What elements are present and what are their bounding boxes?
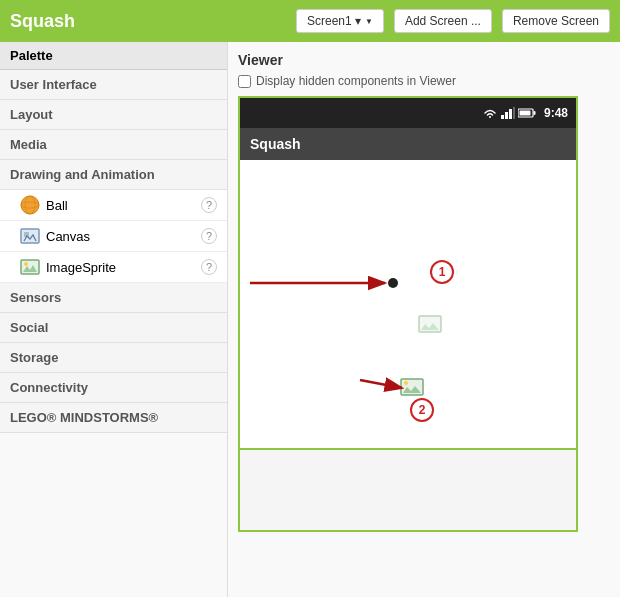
category-storage[interactable]: Storage xyxy=(0,343,227,373)
svg-rect-13 xyxy=(533,111,535,115)
hidden-components-row: Display hidden components in Viewer xyxy=(238,74,610,88)
phone-screen: 1 xyxy=(240,160,576,450)
signal-icons xyxy=(482,107,536,119)
palette-item-imagesprite[interactable]: ImageSprite ? xyxy=(0,252,227,283)
annotation-circle-1: 1 xyxy=(430,260,454,284)
app-title: Squash xyxy=(10,11,286,32)
hidden-components-label: Display hidden components in Viewer xyxy=(256,74,456,88)
screen-selector[interactable]: Screen1 ▾ xyxy=(296,9,384,33)
svg-rect-9 xyxy=(505,112,508,119)
svg-point-19 xyxy=(404,381,408,385)
phone-appbar: Squash xyxy=(240,128,576,160)
signal-bars-icon xyxy=(501,107,515,119)
battery-icon xyxy=(518,107,536,119)
phone-frame: 9:48 Squash 1 xyxy=(238,96,578,532)
ball-icon xyxy=(20,195,40,215)
annotation-circle-2: 2 xyxy=(410,398,434,422)
palette-panel: Palette User Interface Layout Media Draw… xyxy=(0,42,228,597)
svg-line-22 xyxy=(360,380,402,388)
imagesprite-label: ImageSprite xyxy=(46,260,195,275)
status-time: 9:48 xyxy=(544,106,568,120)
hidden-components-checkbox[interactable] xyxy=(238,75,251,88)
viewer-panel: Viewer Display hidden components in View… xyxy=(228,42,620,597)
category-connectivity[interactable]: Connectivity xyxy=(0,373,227,403)
phone-app-title: Squash xyxy=(250,136,301,152)
canvas-label: Canvas xyxy=(46,229,195,244)
category-layout[interactable]: Layout xyxy=(0,100,227,130)
viewer-header: Viewer xyxy=(238,52,610,68)
svg-rect-14 xyxy=(519,111,530,116)
svg-point-0 xyxy=(21,196,39,214)
add-screen-button[interactable]: Add Screen ... xyxy=(394,9,492,33)
ball-component-dot xyxy=(388,278,398,288)
category-media[interactable]: Media xyxy=(0,130,227,160)
app-header: Squash Screen1 ▾ Add Screen ... Remove S… xyxy=(0,0,620,42)
category-drawing-animation[interactable]: Drawing and Animation xyxy=(0,160,227,190)
ball-help-icon[interactable]: ? xyxy=(201,197,217,213)
ball-label: Ball xyxy=(46,198,195,213)
imagesprite-mid xyxy=(418,315,442,339)
svg-point-7 xyxy=(24,262,28,266)
svg-rect-10 xyxy=(509,109,512,119)
category-social[interactable]: Social xyxy=(0,313,227,343)
canvas-help-icon[interactable]: ? xyxy=(201,228,217,244)
svg-rect-8 xyxy=(501,115,504,119)
imagesprite-icon xyxy=(20,257,40,277)
category-sensors[interactable]: Sensors xyxy=(0,283,227,313)
imagesprite-help-icon[interactable]: ? xyxy=(201,259,217,275)
palette-item-canvas[interactable]: Canvas ? xyxy=(0,221,227,252)
phone-bottom-area xyxy=(240,450,576,530)
svg-rect-3 xyxy=(21,229,39,243)
category-user-interface[interactable]: User Interface xyxy=(0,70,227,100)
palette-header: Palette xyxy=(0,42,227,70)
canvas-icon xyxy=(20,226,40,246)
remove-screen-button[interactable]: Remove Screen xyxy=(502,9,610,33)
svg-rect-11 xyxy=(513,107,515,119)
phone-statusbar: 9:48 xyxy=(240,98,576,128)
category-lego[interactable]: LEGO® MINDSTORMS® xyxy=(0,403,227,433)
wifi-icon xyxy=(482,107,498,119)
palette-item-ball[interactable]: Ball ? xyxy=(0,190,227,221)
main-layout: Palette User Interface Layout Media Draw… xyxy=(0,42,620,597)
